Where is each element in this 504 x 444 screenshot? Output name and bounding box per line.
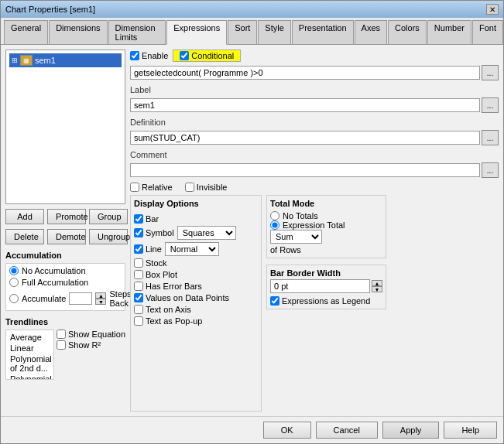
title-bar: Chart Properties [sem1] ✕ bbox=[1, 1, 503, 18]
tab-axes[interactable]: Axes bbox=[355, 20, 387, 44]
invisible-label: Invisible bbox=[197, 183, 228, 192]
tree-item-label: sem1 bbox=[35, 56, 56, 65]
bar-border-spin-down[interactable]: ▼ bbox=[372, 286, 382, 292]
expressions-as-legend-option[interactable]: Expressions as Legend bbox=[270, 296, 382, 306]
tab-expressions[interactable]: Expressions bbox=[166, 20, 227, 45]
promote-button[interactable]: Promote bbox=[47, 209, 86, 224]
tab-number[interactable]: Number bbox=[427, 20, 471, 44]
bar-border-input[interactable] bbox=[270, 279, 370, 293]
comment-input[interactable] bbox=[130, 163, 480, 177]
enable-checkbox[interactable] bbox=[130, 51, 139, 60]
tab-dimensions[interactable]: Dimensions bbox=[49, 20, 107, 44]
stock-label: Stock bbox=[146, 258, 167, 268]
steps-spin-buttons: ▲ ▼ bbox=[95, 292, 106, 305]
label-input[interactable] bbox=[130, 98, 480, 112]
definition-input[interactable] bbox=[130, 131, 480, 145]
definition-browse[interactable]: ... bbox=[482, 130, 499, 145]
full-accumulation-option[interactable]: Full Accumulation bbox=[9, 278, 125, 287]
expression-tree[interactable]: ⊞ ▦ sem1 bbox=[5, 50, 125, 204]
help-button[interactable]: Help bbox=[444, 422, 497, 439]
stock-option[interactable]: Stock bbox=[134, 258, 258, 268]
left-panel: ⊞ ▦ sem1 Add Promote Group Delete Demote… bbox=[5, 50, 125, 412]
tab-sort[interactable]: Sort bbox=[228, 20, 257, 44]
chart-icon: ▦ bbox=[20, 55, 33, 66]
conditional-badge[interactable]: Conditional bbox=[173, 50, 241, 62]
tab-font[interactable]: Font bbox=[472, 20, 503, 44]
relative-option[interactable]: Relative bbox=[130, 183, 173, 192]
bar-border-spin-up[interactable]: ▲ bbox=[372, 280, 382, 286]
ok-button[interactable]: OK bbox=[263, 422, 311, 439]
conditional-expression-browse[interactable]: ... bbox=[482, 65, 499, 80]
box-plot-option[interactable]: Box Plot bbox=[134, 270, 258, 279]
total-mode-title: Total Mode bbox=[270, 199, 382, 208]
trendlines-list: Average Linear Polynomial of 2nd d... Po… bbox=[6, 330, 53, 380]
footer-buttons: OK Cancel Apply Help bbox=[1, 416, 503, 443]
symbol-option[interactable]: Symbol bbox=[134, 228, 174, 237]
full-accumulation-label: Full Accumulation bbox=[22, 278, 88, 287]
no-totals-option[interactable]: No Totals bbox=[270, 211, 382, 220]
tab-style[interactable]: Style bbox=[258, 20, 290, 44]
steps-back-label: Steps Back bbox=[109, 289, 131, 308]
show-r2-option[interactable]: Show R² bbox=[57, 340, 125, 350]
group-button[interactable]: Group bbox=[89, 209, 128, 224]
tab-colors[interactable]: Colors bbox=[388, 20, 427, 44]
bar-border-title: Bar Border Width bbox=[270, 268, 382, 278]
apply-button[interactable]: Apply bbox=[382, 422, 440, 439]
cancel-button[interactable]: Cancel bbox=[316, 422, 378, 439]
text-on-axis-option[interactable]: Text on Axis bbox=[134, 305, 258, 314]
of-rows-label: of Rows bbox=[270, 245, 382, 254]
right-sub-panel: Total Mode No Totals Expression Total Su… bbox=[266, 195, 386, 412]
add-button[interactable]: Add bbox=[5, 209, 44, 224]
spin-down[interactable]: ▼ bbox=[95, 299, 106, 305]
enable-label: Enable bbox=[142, 51, 168, 60]
ungroup-button[interactable]: Ungroup bbox=[89, 229, 128, 244]
invisible-option[interactable]: Invisible bbox=[185, 183, 228, 192]
line-select[interactable]: Normal Dashed Dotted bbox=[165, 242, 219, 256]
has-error-bars-option[interactable]: Has Error Bars bbox=[134, 282, 258, 291]
tab-presentation[interactable]: Presentation bbox=[292, 20, 354, 44]
show-equation-option[interactable]: Show Equation bbox=[57, 330, 125, 339]
values-on-data-points-option[interactable]: Values on Data Points bbox=[134, 293, 258, 302]
definition-field-label: Definition bbox=[130, 118, 499, 127]
sum-select[interactable]: Sum Average Min Max bbox=[270, 230, 322, 244]
expand-icon[interactable]: ⊞ bbox=[12, 56, 18, 64]
conditional-checkbox[interactable] bbox=[180, 51, 189, 60]
trendline-average[interactable]: Average bbox=[8, 332, 52, 343]
bar-label: Bar bbox=[146, 214, 159, 224]
show-equation-label: Show Equation bbox=[68, 330, 125, 339]
text-on-axis-label: Text on Axis bbox=[146, 305, 191, 314]
tree-item-sem1[interactable]: ⊞ ▦ sem1 bbox=[9, 53, 122, 67]
spin-up[interactable]: ▲ bbox=[95, 292, 106, 299]
label-row: ... bbox=[130, 97, 499, 113]
bar-border-spinbox-row: ▲ ▼ bbox=[270, 279, 382, 293]
label-field-label: Label bbox=[130, 85, 499, 94]
close-button[interactable]: ✕ bbox=[486, 4, 499, 15]
definition-row: ... bbox=[130, 130, 499, 145]
tab-dimension-limits[interactable]: Dimension Limits bbox=[108, 20, 166, 44]
trendline-poly2[interactable]: Polynomial of 2nd d... bbox=[8, 353, 52, 374]
no-accumulation-option[interactable]: No Accumulation bbox=[9, 266, 125, 275]
trendline-poly3[interactable]: Polynomial of 3rd d... bbox=[8, 374, 52, 380]
display-options-panel: Display Options Bar Symbol bbox=[130, 195, 262, 412]
trendlines-label: Trendlines bbox=[5, 317, 125, 326]
steps-spinbox[interactable]: 10 bbox=[69, 292, 92, 305]
display-options-title: Display Options bbox=[134, 199, 258, 208]
tab-general[interactable]: General bbox=[4, 20, 48, 44]
label-browse[interactable]: ... bbox=[482, 97, 499, 113]
trendlines-list-box[interactable]: Average Linear Polynomial of 2nd d... Po… bbox=[5, 330, 54, 380]
delete-button[interactable]: Delete bbox=[5, 229, 44, 244]
line-option[interactable]: Line bbox=[134, 244, 162, 254]
text-as-popup-option[interactable]: Text as Pop-up bbox=[134, 316, 258, 326]
accumulate-option[interactable]: Accumulate bbox=[9, 294, 66, 303]
conditional-expression-input[interactable] bbox=[130, 66, 480, 80]
expression-total-option[interactable]: Expression Total bbox=[270, 220, 382, 230]
trendline-linear[interactable]: Linear bbox=[8, 343, 52, 353]
enable-checkbox-label[interactable]: Enable bbox=[130, 51, 168, 60]
bar-border-spin: ▲ ▼ bbox=[372, 280, 382, 292]
symbol-select[interactable]: Squares Circles Triangles Diamonds bbox=[177, 226, 236, 240]
line-label: Line bbox=[146, 244, 162, 254]
bar-option[interactable]: Bar bbox=[134, 214, 258, 224]
comment-browse[interactable]: ... bbox=[482, 162, 499, 178]
relative-label: Relative bbox=[142, 183, 173, 192]
demote-button[interactable]: Demote bbox=[47, 229, 86, 244]
